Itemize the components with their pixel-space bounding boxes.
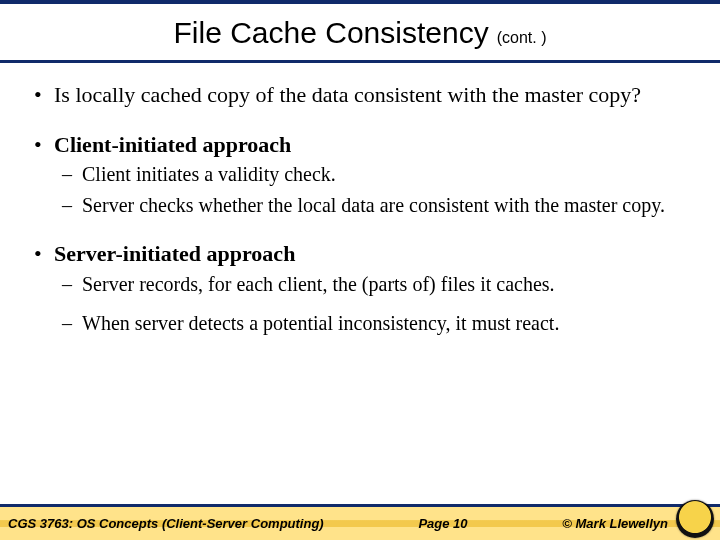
sub-bullet: Server records, for each client, the (pa… — [82, 272, 686, 297]
bullet-text: Server-initiated approach — [54, 241, 295, 266]
slide: File Cache Consistency (cont. ) Is local… — [0, 0, 720, 540]
sub-bullet-text: Client initiates a validity check. — [82, 163, 336, 185]
footer-course: CGS 3763: OS Concepts (Client-Server Com… — [0, 516, 324, 531]
sub-bullet: When server detects a potential inconsis… — [82, 311, 686, 336]
sub-bullet-text: Server records, for each client, the (pa… — [82, 273, 555, 295]
bullet-client-approach: Client-initiated approach Client initiat… — [54, 131, 686, 219]
title-bar: File Cache Consistency (cont. ) — [0, 4, 720, 63]
slide-title: File Cache Consistency — [174, 16, 489, 49]
footer-page: Page 10 — [324, 516, 563, 531]
slide-title-cont: (cont. ) — [497, 29, 547, 46]
slide-body: Is locally cached copy of the data consi… — [0, 63, 720, 336]
bullet-question: Is locally cached copy of the data consi… — [54, 81, 686, 109]
sub-bullet: Server checks whether the local data are… — [82, 193, 686, 218]
bullet-text: Client-initiated approach — [54, 132, 291, 157]
ucf-logo-icon — [676, 500, 714, 538]
sub-bullet: Client initiates a validity check. — [82, 162, 686, 187]
sub-bullet-text: Server checks whether the local data are… — [82, 194, 665, 216]
footer-bar: CGS 3763: OS Concepts (Client-Server Com… — [0, 504, 720, 540]
bullet-server-approach: Server-initiated approach Server records… — [54, 240, 686, 336]
bullet-text: Is locally cached copy of the data consi… — [54, 82, 641, 107]
sub-bullet-text: When server detects a potential inconsis… — [82, 312, 559, 334]
